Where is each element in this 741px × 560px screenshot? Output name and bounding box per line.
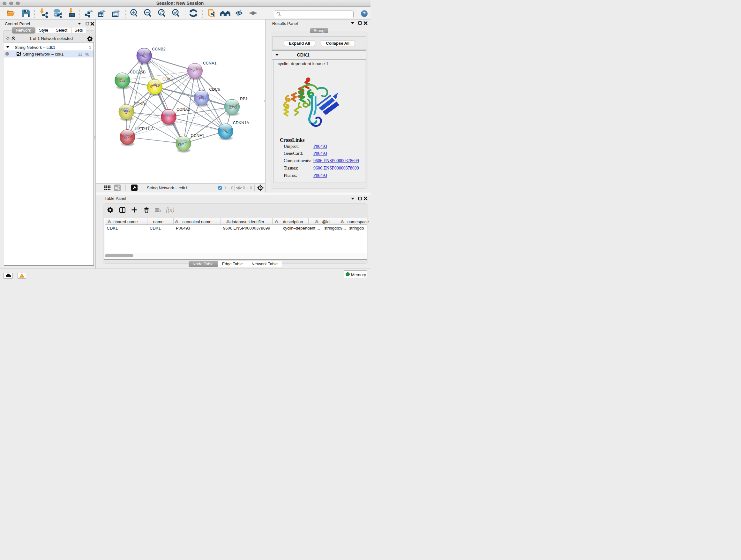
svg-text:CCNB2: CCNB2	[152, 47, 165, 51]
svg-text:CCNB1: CCNB1	[134, 102, 147, 106]
svg-text:CCNA1: CCNA1	[203, 61, 216, 65]
svg-text:CDC25B: CDC25B	[130, 70, 145, 74]
svg-text:CDC6: CDC6	[209, 87, 220, 91]
svg-text:CDKN1A: CDKN1A	[233, 121, 249, 125]
svg-text:CDK1: CDK1	[162, 77, 173, 81]
svg-text:CCNA2: CCNA2	[177, 107, 190, 112]
svg-text:HIST1H1A: HIST1H1A	[135, 127, 154, 131]
svg-text:CCNE1: CCNE1	[191, 133, 204, 138]
svg-text:RB1: RB1	[240, 97, 248, 101]
